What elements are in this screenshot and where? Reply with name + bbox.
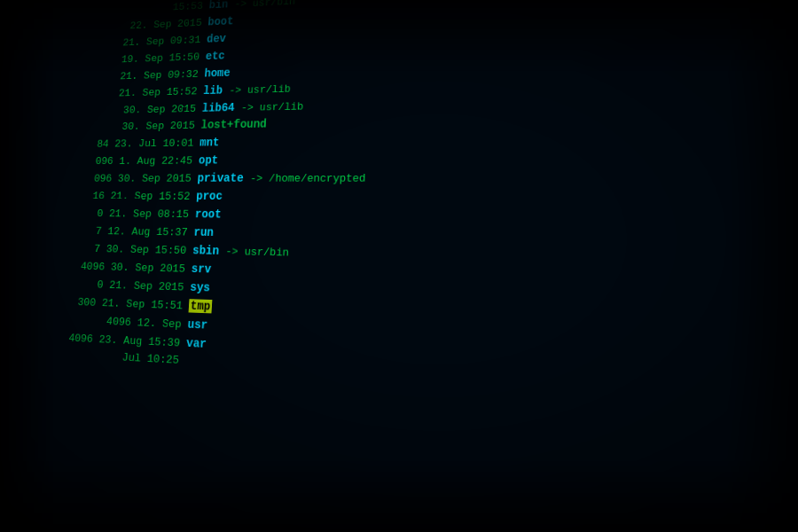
edge-left xyxy=(0,0,53,532)
edge-top xyxy=(0,0,798,71)
edge-right xyxy=(727,0,798,532)
terminal-content: 15:53 bin -> usr/bin 22. Sep 2015 boot 2… xyxy=(5,0,798,532)
terminal-window: 15:53 bin -> usr/bin 22. Sep 2015 boot 2… xyxy=(0,0,798,532)
edge-bottom xyxy=(0,461,798,532)
tmp-highlighted: tmp xyxy=(189,299,213,313)
terminal-line: 096 30. Sep 2015 private -> /home/encryp… xyxy=(0,168,798,190)
